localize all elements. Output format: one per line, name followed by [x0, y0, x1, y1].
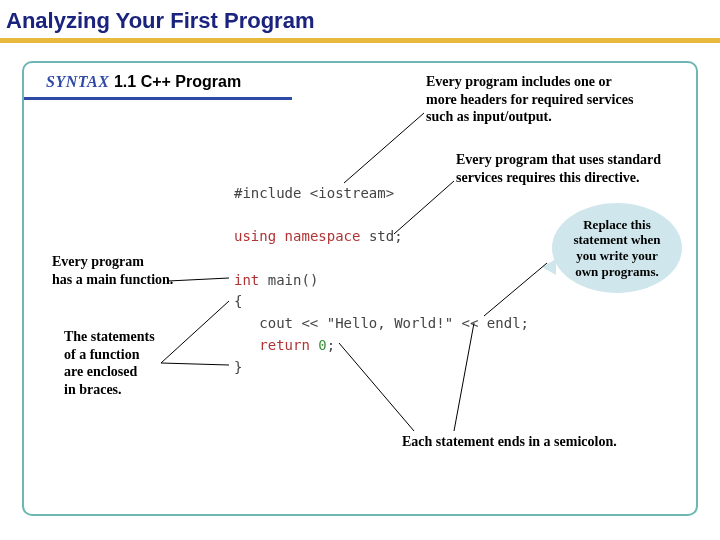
annotation-headers: Every program includes one or more heade… [426, 73, 666, 126]
code-block: #include <iostream> using namespace std;… [234, 183, 529, 378]
syntax-header: SYNTAX 1.1 C++ Program [24, 73, 241, 91]
syntax-header-underline [24, 97, 292, 100]
page-title: Analyzing Your First Program [6, 8, 314, 33]
syntax-title: C++ Program [141, 73, 241, 90]
syntax-number: 1.1 [114, 73, 136, 90]
code-indent1 [234, 315, 259, 331]
code-using-kw: using [234, 228, 276, 244]
code-main: main() [268, 272, 319, 288]
code-return-val: 0 [318, 337, 326, 353]
annotation-main: Every program has a main function. [52, 253, 212, 288]
page-header: Analyzing Your First Program [0, 0, 720, 38]
code-indent2 [234, 337, 259, 353]
callout-text: Replace this statement when you write yo… [564, 217, 670, 279]
code-brace-close: } [234, 359, 242, 375]
annotation-semicolon: Each statement ends in a semicolon. [402, 433, 682, 451]
title-underline [0, 38, 720, 43]
code-int-kw: int [234, 272, 259, 288]
syntax-panel: SYNTAX 1.1 C++ Program #include <iostrea… [22, 61, 698, 516]
code-brace-open: { [234, 293, 242, 309]
code-std: std; [369, 228, 403, 244]
code-cout: cout << "Hello, World!" << endl; [259, 315, 529, 331]
annotation-braces: The statements of a function are enclose… [64, 328, 214, 398]
code-return-kw: return [259, 337, 310, 353]
code-include: #include <iostream> [234, 185, 394, 201]
code-namespace-kw: namespace [285, 228, 361, 244]
annotation-directive: Every program that uses standard service… [456, 151, 686, 186]
code-return-semi: ; [327, 337, 335, 353]
annotation-callout: Replace this statement when you write yo… [552, 203, 682, 293]
syntax-label: SYNTAX [46, 73, 109, 90]
svg-line-0 [344, 113, 424, 183]
